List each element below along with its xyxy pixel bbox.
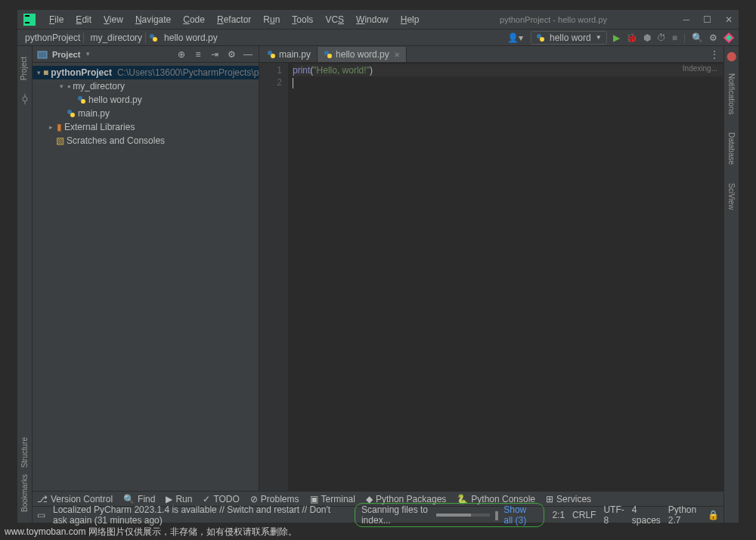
tool-label: Find bbox=[138, 494, 155, 504]
scan-label: Scanning files to index... bbox=[361, 504, 432, 526]
tree-label: hello word.py bbox=[88, 95, 142, 105]
chevron-right-icon[interactable]: ▸ bbox=[47, 123, 54, 131]
menu-navigate[interactable]: Navigate bbox=[131, 13, 175, 26]
tool-project-tab[interactable]: Project bbox=[20, 57, 28, 80]
line-number: 1 bbox=[259, 64, 282, 76]
tree-external[interactable]: ▸ ▮ External Libraries bbox=[33, 120, 259, 134]
indent-info[interactable]: 4 spaces bbox=[632, 504, 661, 526]
pause-icon[interactable]: ‖ bbox=[494, 510, 499, 520]
profile-icon[interactable]: ⏱ bbox=[657, 33, 666, 43]
line-separator[interactable]: CRLF bbox=[572, 510, 596, 520]
tree-label: pythonProject bbox=[51, 67, 112, 78]
breadcrumb-segment[interactable]: my_directory bbox=[87, 33, 146, 43]
commit-icon[interactable] bbox=[20, 94, 30, 104]
pycharm-badge-icon[interactable] bbox=[723, 33, 734, 43]
tool-label: Services bbox=[556, 494, 591, 504]
search-icon[interactable]: 🔍 bbox=[692, 33, 703, 43]
code-content[interactable]: print("Hello, world!") bbox=[288, 63, 723, 491]
menu-window[interactable]: Window bbox=[352, 13, 393, 26]
menu-tools[interactable]: Tools bbox=[287, 13, 318, 26]
tree-root[interactable]: ▾ ■ pythonProject C:\Users\13600\Pycharm… bbox=[33, 66, 259, 79]
scratch-icon: ▧ bbox=[56, 135, 64, 146]
menu-edit[interactable]: Edit bbox=[71, 13, 96, 26]
lock-icon[interactable]: 🔒 bbox=[708, 510, 719, 520]
tool-sciview-tab[interactable]: SciView bbox=[727, 183, 736, 209]
tool-bookmarks-tab[interactable]: Bookmarks bbox=[20, 474, 29, 512]
editor-tab-main[interactable]: main.py bbox=[261, 47, 318, 62]
tool-label: Run bbox=[175, 494, 192, 504]
titlebar: File Edit View Navigate Code Refactor Ru… bbox=[17, 10, 739, 29]
tab-close-icon[interactable]: ✕ bbox=[394, 51, 400, 59]
tree-dir[interactable]: ▾ ▪ my_directory bbox=[33, 79, 259, 93]
project-tree[interactable]: ▾ ■ pythonProject C:\Users\13600\Pycharm… bbox=[33, 63, 259, 491]
interpreter-info[interactable]: Python 2.7 bbox=[668, 504, 700, 526]
breadcrumb[interactable]: pythonProject my_directory hello word.py bbox=[22, 33, 221, 43]
tool-structure-tab[interactable]: Structure bbox=[20, 437, 29, 468]
notification-bell-icon[interactable]: ⬤ bbox=[727, 51, 736, 61]
watermark-text: www.toymoban.com 网络图片仅供展示，非存储，如有侵权请联系删除。 bbox=[5, 526, 297, 538]
menu-file[interactable]: File bbox=[45, 13, 68, 26]
hide-icon[interactable]: — bbox=[242, 49, 254, 60]
notification-icon[interactable]: ▭ bbox=[37, 510, 45, 520]
tool-notifications-tab[interactable]: Notifications bbox=[727, 73, 736, 114]
nav-row: pythonProject my_directory hello word.py… bbox=[17, 29, 739, 46]
tool-vcs[interactable]: ⎇ Version Control bbox=[37, 494, 113, 504]
chevron-down-icon[interactable]: ▼ bbox=[85, 51, 91, 57]
tool-services[interactable]: ⊞ Services bbox=[546, 494, 591, 504]
right-tool-gutter: ⬤ Notifications Database SciView bbox=[723, 46, 739, 523]
breadcrumb-segment[interactable]: hello word.py bbox=[161, 33, 221, 43]
tool-label: Version Control bbox=[51, 494, 113, 504]
menu-vcs[interactable]: VCS bbox=[321, 13, 349, 26]
svg-point-12 bbox=[271, 54, 275, 58]
tree-file[interactable]: hello word.py bbox=[33, 93, 259, 107]
show-all-link[interactable]: Show all (3) bbox=[503, 504, 538, 526]
menu-code[interactable]: Code bbox=[178, 13, 209, 26]
editor-tab-hello[interactable]: hello word.py ✕ bbox=[318, 47, 407, 62]
settings-icon[interactable]: ⚙ bbox=[709, 33, 717, 43]
user-icon[interactable]: 👤▾ bbox=[507, 33, 523, 43]
tree-file[interactable]: main.py bbox=[33, 107, 259, 120]
maximize-icon[interactable]: ☐ bbox=[703, 14, 711, 25]
collapse-icon[interactable]: ⇥ bbox=[209, 49, 221, 60]
chevron-down-icon[interactable]: ▾ bbox=[37, 69, 41, 76]
target-icon[interactable]: ⊕ bbox=[175, 49, 187, 60]
scan-progress[interactable]: Scanning files to index... ‖ Show all (3… bbox=[355, 503, 544, 527]
status-message[interactable]: Localized PyCharm 2023.1.4 is available … bbox=[53, 504, 339, 526]
tool-todo[interactable]: ✓ TODO bbox=[203, 494, 239, 504]
tool-label: Terminal bbox=[321, 494, 355, 504]
debug-button-icon[interactable]: 🐞 bbox=[626, 33, 637, 43]
tool-label: TODO bbox=[213, 494, 239, 504]
svg-rect-10 bbox=[38, 51, 47, 58]
breadcrumb-segment[interactable]: pythonProject bbox=[22, 33, 84, 43]
python-file-icon bbox=[149, 33, 158, 42]
menu-help[interactable]: Help bbox=[396, 13, 424, 26]
run-button-icon[interactable]: ▶ bbox=[613, 33, 620, 43]
tool-run[interactable]: ▶ Run bbox=[166, 494, 192, 504]
menu-view[interactable]: View bbox=[99, 13, 128, 26]
minimize-icon[interactable]: ─ bbox=[683, 14, 689, 25]
chevron-down-icon[interactable]: ▾ bbox=[57, 82, 65, 90]
tree-scratches[interactable]: ▧ Scratches and Consoles bbox=[33, 134, 259, 147]
code-editor[interactable]: 1 2 print("Hello, world!") Indexing... bbox=[259, 63, 723, 491]
run-config-selector[interactable]: hello word ▼ bbox=[531, 31, 607, 45]
menu-refactor[interactable]: Refactor bbox=[212, 13, 256, 26]
tool-problems[interactable]: ⊘ Problems bbox=[250, 494, 299, 504]
tool-database-tab[interactable]: Database bbox=[727, 132, 736, 165]
tree-label: External Libraries bbox=[64, 122, 135, 132]
code-token: "Hello, world!" bbox=[313, 65, 370, 76]
tree-path: C:\Users\13600\PycharmProjects\pythonPro… bbox=[117, 67, 259, 78]
file-encoding[interactable]: UTF-8 bbox=[603, 504, 624, 526]
left-tool-gutter: Project Structure Bookmarks bbox=[17, 46, 33, 523]
gear-icon[interactable]: ⚙ bbox=[225, 49, 237, 60]
stop-icon[interactable]: ■ bbox=[672, 33, 677, 43]
tool-find[interactable]: 🔍 Find bbox=[123, 494, 155, 504]
caret-position[interactable]: 2:1 bbox=[552, 510, 565, 520]
menu-run[interactable]: Run bbox=[259, 13, 284, 26]
tab-more-icon[interactable]: ⋮ bbox=[710, 49, 719, 60]
tool-terminal[interactable]: ▣ Terminal bbox=[310, 494, 355, 504]
expand-icon[interactable]: ≡ bbox=[192, 49, 204, 60]
chevron-down-icon: ▼ bbox=[596, 34, 602, 41]
svg-point-4 bbox=[153, 37, 157, 42]
close-icon[interactable]: ✕ bbox=[725, 14, 733, 25]
coverage-icon[interactable]: ⬢ bbox=[643, 33, 651, 43]
